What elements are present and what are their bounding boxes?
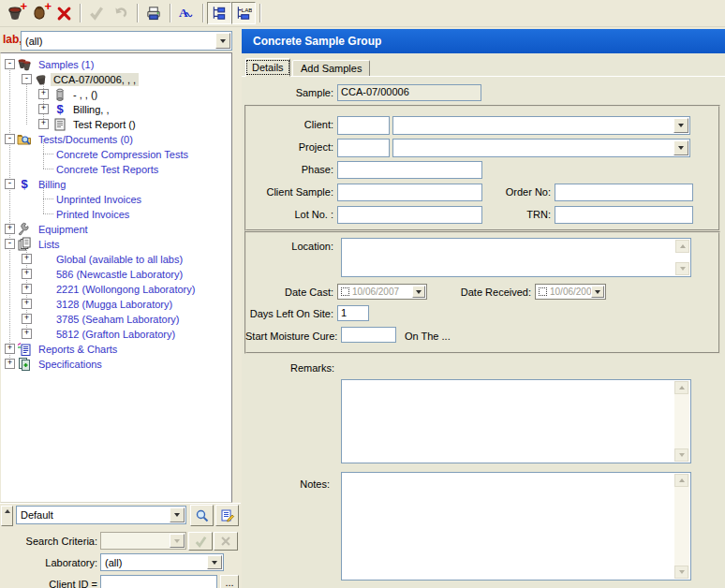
dropdown-arrow[interactable] — [673, 140, 688, 155]
client-sample-field[interactable] — [337, 184, 482, 201]
client-code-field[interactable] — [337, 116, 390, 135]
tree-item-samples[interactable]: - Samples (1) — [1, 57, 231, 72]
spell-check-button[interactable]: A — [174, 2, 199, 24]
scroll-down-button[interactable] — [674, 566, 688, 579]
tab-details[interactable]: Details — [245, 58, 290, 77]
tree-item-unprinted-invoices[interactable]: Unprinted Invoices — [1, 192, 231, 207]
collapse-panel-button[interactable] — [1, 506, 13, 526]
scope-filter-combobox[interactable]: (all) — [21, 31, 232, 51]
undo-button[interactable] — [109, 2, 133, 24]
tree-item-test-report[interactable]: + Test Report () — [1, 117, 231, 132]
add-sample-button[interactable]: + — [3, 2, 27, 24]
expander-icon[interactable]: - — [5, 134, 15, 144]
scroll-up-button[interactable] — [675, 240, 689, 253]
expander-icon[interactable]: + — [38, 89, 49, 99]
phase-field[interactable] — [337, 161, 482, 179]
tree-item-concrete-test-reports[interactable]: Concrete Test Reports — [1, 162, 231, 177]
expander-icon[interactable]: + — [38, 119, 49, 129]
add-document-button[interactable]: + — [27, 2, 52, 24]
tree-item-billing[interactable]: - $ Billing — [1, 177, 231, 192]
tree-item-specifications[interactable]: + Specifications — [1, 357, 231, 372]
expander-icon[interactable]: - — [5, 179, 15, 189]
tree-item-printed-invoices[interactable]: Printed Invoices — [1, 207, 231, 222]
delete-button[interactable] — [52, 2, 76, 24]
date-received-checkbox[interactable] — [539, 287, 547, 296]
scroll-down-button[interactable] — [675, 262, 689, 275]
date-received-dropdown-arrow[interactable] — [591, 286, 604, 298]
tree-item-equipment[interactable]: + Equipment — [1, 222, 231, 237]
tree-lab-view-toggle[interactable]: LAB — [231, 2, 256, 24]
tree-item-lab-3128[interactable]: + 3128 (Mugga Laboratory) — [1, 297, 231, 312]
expander-icon[interactable]: + — [5, 224, 15, 234]
remarks-scrollbar[interactable] — [674, 381, 689, 462]
days-left-field[interactable]: 1 — [337, 305, 369, 321]
tree-item-sample-billing[interactable]: + $ Billing, , — [1, 102, 231, 117]
tree-item-lab-586[interactable]: + 586 (Newcastle Laboratory) — [1, 267, 231, 282]
search-preset-combobox[interactable]: Default — [16, 506, 186, 524]
expander-icon[interactable]: + — [38, 104, 49, 114]
start-moisture-field[interactable] — [341, 327, 396, 343]
tree-item-lab-5812[interactable]: + 5812 (Grafton Laboratory) — [1, 327, 231, 342]
scroll-down-button[interactable] — [674, 448, 688, 462]
scroll-up-button[interactable] — [674, 474, 688, 487]
tab-add-samples[interactable]: Add Samples — [292, 60, 370, 77]
tree-item-tests-documents[interactable]: - Tests/Documents (0) — [1, 132, 231, 147]
expander-icon[interactable]: + — [5, 344, 15, 354]
expander-icon[interactable]: + — [22, 269, 32, 279]
toolbar-separator — [259, 4, 260, 22]
client-id-browse-button[interactable]: ... — [220, 575, 239, 588]
expander-icon[interactable]: + — [22, 254, 32, 264]
tree-item-concrete-compression-tests[interactable]: Concrete Compression Tests — [1, 147, 231, 162]
date-cast-dropdown-arrow[interactable] — [412, 286, 425, 298]
clear-criteria-button[interactable] — [214, 532, 238, 551]
tree-item-global-list[interactable]: + Global (available to all labs) — [1, 252, 231, 267]
apply-criteria-button[interactable] — [188, 532, 213, 551]
expander-icon[interactable]: + — [22, 284, 32, 294]
lot-no-field[interactable] — [337, 206, 482, 224]
navigation-tree[interactable]: - Samples (1) - CCA-07/00006, , , + - , … — [0, 52, 232, 503]
notes-textarea[interactable] — [341, 472, 691, 581]
expander-icon[interactable]: + — [22, 314, 32, 324]
confirm-button[interactable] — [84, 2, 109, 24]
notes-scrollbar[interactable] — [674, 474, 689, 579]
date-cast-picker[interactable]: 10/06/2007 — [337, 284, 427, 300]
lists-pages-icon — [17, 237, 32, 252]
tree-view-toggle[interactable] — [207, 2, 231, 24]
edit-criteria-button[interactable] — [215, 505, 239, 526]
search-button[interactable] — [190, 505, 214, 526]
laboratory-combobox[interactable]: (all) — [100, 553, 224, 571]
expander-icon[interactable]: - — [5, 239, 15, 249]
sample-field[interactable]: CCA-07/00006 — [337, 84, 481, 101]
client-id-field[interactable] — [100, 575, 217, 588]
expander-icon[interactable]: + — [5, 359, 15, 369]
tree-item-lists[interactable]: - Lists — [1, 237, 231, 252]
dropdown-arrow[interactable] — [207, 555, 222, 569]
expander-icon[interactable]: - — [5, 59, 15, 69]
expander-icon[interactable]: - — [22, 74, 32, 84]
print-button[interactable] — [141, 2, 166, 24]
remarks-textarea[interactable] — [341, 379, 691, 463]
tree-item-lab-2221[interactable]: + 2221 (Wollongong Laboratory) — [1, 282, 231, 297]
expander-icon[interactable]: + — [22, 329, 32, 339]
order-no-field[interactable] — [555, 184, 693, 201]
date-cast-checkbox[interactable] — [341, 287, 349, 296]
dropdown-arrow[interactable] — [215, 33, 230, 49]
tree-item-lab-3785[interactable]: + 3785 (Seaham Laboratory) — [1, 312, 231, 327]
cylinder-icon — [52, 87, 67, 102]
tree-item-reports-charts[interactable]: + Reports & Charts — [1, 342, 231, 357]
scroll-up-button[interactable] — [674, 381, 688, 394]
date-received-picker[interactable]: 10/06/2007 — [535, 284, 606, 300]
project-code-field[interactable] — [337, 139, 390, 157]
trn-field[interactable] — [555, 206, 693, 224]
dropdown-arrow[interactable] — [170, 507, 185, 522]
search-panel: Default Search Criteria: Laboratory: (al… — [0, 503, 241, 588]
tree-item-sample-cca[interactable]: - CCA-07/00006, , , — [1, 72, 231, 87]
dropdown-arrow[interactable] — [673, 118, 688, 133]
client-combobox[interactable] — [392, 116, 690, 135]
expander-icon[interactable]: + — [22, 299, 32, 309]
location-textarea[interactable] — [341, 238, 691, 277]
tree-item-specimen[interactable]: + - , , () — [1, 87, 231, 102]
project-combobox[interactable] — [392, 139, 690, 157]
search-criteria-combobox[interactable] — [100, 532, 186, 550]
tree-view-icon — [211, 5, 228, 22]
